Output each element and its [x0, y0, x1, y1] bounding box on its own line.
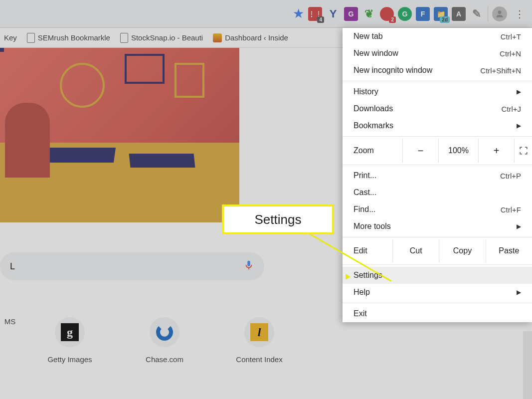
- menu-bookmarks[interactable]: Bookmarks▶: [343, 117, 532, 134]
- menu-exit[interactable]: Exit: [343, 305, 532, 322]
- paste-button[interactable]: Paste: [486, 239, 532, 262]
- menu-zoom-row: Zoom − 100% +: [343, 139, 532, 163]
- zoom-out-button[interactable]: −: [402, 139, 438, 163]
- bookmark-star-icon[interactable]: ★: [293, 6, 304, 21]
- chevron-right-icon: ▶: [517, 289, 521, 296]
- dashboard-favicon: [213, 33, 222, 42]
- edit-label: Edit: [343, 239, 392, 262]
- zoom-label: Zoom: [343, 139, 402, 163]
- cut-button[interactable]: Cut: [392, 239, 439, 262]
- bookmark-stocksnap[interactable]: StockSnap.io - Beauti: [120, 33, 203, 43]
- extension-icon-evernote[interactable]: ❦: [362, 7, 376, 21]
- extension-icon-y[interactable]: Y: [326, 7, 340, 21]
- profile-avatar-icon[interactable]: [492, 6, 507, 21]
- toolbar-divider: [488, 6, 488, 21]
- fullscreen-button[interactable]: [514, 139, 532, 163]
- menu-history[interactable]: History▶: [343, 83, 532, 100]
- toolbar-right-cluster: ★ ⋮⋮4 Y G ❦ 2 G F 📁2d A ✎ ⋮: [293, 5, 528, 22]
- extension-icon-vine[interactable]: 2: [380, 7, 394, 21]
- chrome-main-menu: New tabCtrl+T New windowCtrl+N New incog…: [343, 28, 532, 322]
- menu-print[interactable]: Print...Ctrl+P: [343, 167, 532, 184]
- menu-more-tools[interactable]: More tools▶: [343, 218, 532, 235]
- search-input[interactable]: [10, 261, 243, 272]
- extension-icon-blue-f[interactable]: F: [416, 7, 430, 21]
- bookmark-semrush[interactable]: SEMrush Bookmarkle: [27, 33, 110, 43]
- chevron-right-icon: ▶: [517, 88, 521, 95]
- search-box[interactable]: [0, 252, 264, 280]
- menu-separator: [343, 303, 532, 303]
- document-icon: [27, 33, 35, 43]
- menu-help[interactable]: Help▶: [343, 284, 532, 301]
- menu-separator: [343, 237, 532, 237]
- copy-button[interactable]: Copy: [439, 239, 485, 262]
- page-scrollbar[interactable]: [523, 331, 532, 399]
- menu-edit-row: Edit Cut Copy Paste: [343, 239, 532, 262]
- extension-icon-purple[interactable]: G: [344, 7, 358, 21]
- kebab-menu-icon[interactable]: ⋮: [511, 5, 528, 22]
- annotation-arrow-icon: [346, 274, 351, 280]
- zoom-value: 100%: [438, 139, 478, 163]
- bookmark-dashboard[interactable]: Dashboard ‹ Inside: [213, 33, 288, 42]
- extension-icon-red[interactable]: ⋮⋮4: [308, 7, 322, 21]
- document-icon: [120, 33, 128, 43]
- shortcut-getty[interactable]: gGetty Images: [40, 317, 100, 364]
- menu-new-window[interactable]: New windowCtrl+N: [343, 45, 532, 62]
- shortcuts-row: MS gGetty Images Chase.com lContent Inde…: [0, 317, 289, 364]
- google-doodle[interactable]: [0, 48, 239, 222]
- bookmark-key[interactable]: Key: [4, 33, 17, 42]
- chevron-right-icon: ▶: [517, 223, 521, 230]
- extension-icon-pen[interactable]: ✎: [470, 7, 484, 21]
- annotation-callout: Settings: [222, 204, 334, 234]
- extension-badge: 4: [317, 16, 324, 23]
- chevron-right-icon: ▶: [517, 122, 521, 129]
- shortcut-chase[interactable]: Chase.com: [135, 317, 194, 364]
- extension-icon-adobe[interactable]: A: [452, 7, 466, 21]
- menu-separator: [343, 264, 532, 265]
- zoom-in-button[interactable]: +: [478, 139, 514, 163]
- shortcut-content-index[interactable]: lContent Index: [229, 317, 289, 364]
- browser-toolbar: ★ ⋮⋮4 Y G ❦ 2 G F 📁2d A ✎ ⋮: [0, 0, 532, 28]
- svg-point-0: [498, 10, 502, 14]
- menu-separator: [343, 81, 532, 81]
- menu-new-tab[interactable]: New tabCtrl+T: [343, 28, 532, 45]
- menu-cast[interactable]: Cast...: [343, 184, 532, 201]
- extension-badge: 2: [389, 16, 396, 23]
- menu-downloads[interactable]: DownloadsCtrl+J: [343, 100, 532, 117]
- microphone-icon[interactable]: [243, 260, 254, 273]
- extension-icon-folder[interactable]: 📁2d: [434, 7, 448, 21]
- extension-icon-grammarly[interactable]: G: [398, 7, 412, 21]
- extension-badge: 2d: [440, 16, 450, 23]
- menu-separator: [343, 136, 532, 137]
- menu-find[interactable]: Find...Ctrl+F: [343, 201, 532, 218]
- shortcut-ms[interactable]: MS: [0, 317, 20, 364]
- menu-separator: [343, 165, 532, 165]
- menu-incognito[interactable]: New incognito windowCtrl+Shift+N: [343, 62, 532, 79]
